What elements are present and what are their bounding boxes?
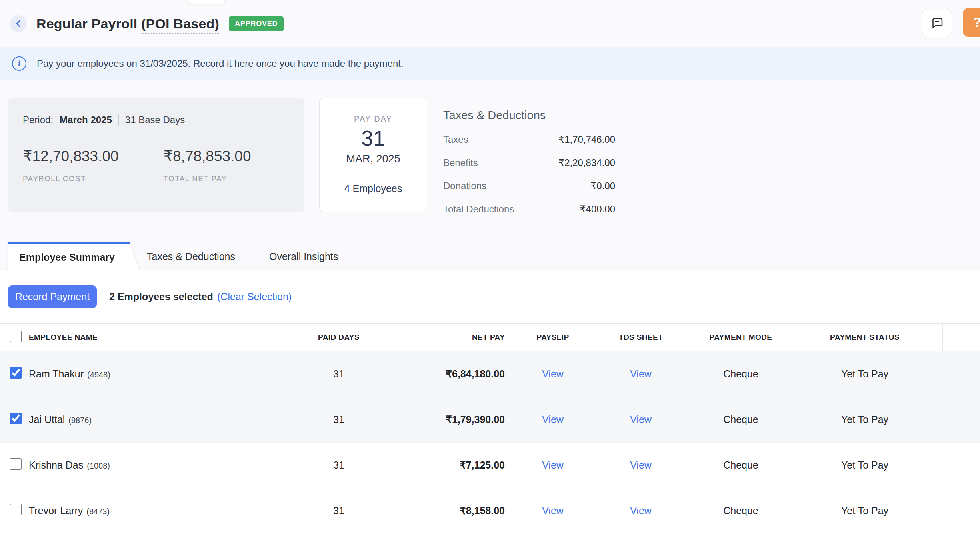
payment-status-cell: Yet To Pay — [801, 505, 929, 517]
payment-status-cell: Yet To Pay — [801, 459, 929, 471]
tax-label: Total Deductions — [443, 204, 514, 215]
col-payslip: PAYSLIP — [505, 333, 601, 342]
taxes-deductions-heading: Taxes & Deductions — [443, 109, 615, 122]
feedback-button[interactable] — [922, 9, 952, 37]
paid-days-cell: 31 — [305, 368, 373, 380]
tab-overall-insights[interactable]: Overall Insights — [269, 242, 338, 271]
chevron-left-icon — [13, 18, 24, 29]
pay-day-card: PAY DAY 31 MAR, 2025 4 Employees — [319, 98, 427, 212]
info-banner-text: Pay your employees on 31/03/2025. Record… — [37, 58, 404, 69]
tax-label: Taxes — [443, 134, 468, 145]
selection-count-text: 2 Employees selected — [109, 291, 213, 303]
paid-days-cell: 31 — [305, 505, 373, 517]
payslip-view-link[interactable]: View — [505, 505, 601, 517]
back-button[interactable] — [10, 15, 27, 32]
tax-label: Benefits — [443, 157, 478, 168]
total-net-pay-block: ₹8,78,853.00 TOTAL NET PAY — [164, 148, 304, 183]
tax-row-taxes: Taxes ₹1,70,746.00 — [443, 134, 615, 145]
payroll-page: Regular Payroll (POI Based) APPROVED ? i… — [0, 0, 980, 533]
table-row[interactable]: Ram Thakur(4948) 31 ₹6,84,180.00 View Vi… — [0, 351, 980, 397]
period-line: Period: March 2025 31 Base Days — [23, 114, 304, 126]
period-summary-card: Period: March 2025 31 Base Days ₹12,70,8… — [8, 98, 304, 212]
total-net-pay-value: ₹8,78,853.00 — [164, 148, 304, 165]
net-pay-cell: ₹1,79,390.00 — [373, 414, 505, 425]
row-checkbox-cell — [10, 413, 29, 427]
payroll-cost-value: ₹12,70,833.00 — [23, 148, 164, 165]
period-label: Period: — [23, 114, 53, 126]
tds-view-link[interactable]: View — [601, 459, 681, 471]
employee-name-cell: Jai Uttal(9876) — [29, 414, 305, 425]
chat-icon — [930, 16, 944, 30]
employee-name: Ram Thakur — [29, 368, 84, 380]
tax-row-total-deductions: Total Deductions ₹400.00 — [443, 204, 615, 215]
row-checkbox[interactable] — [10, 458, 22, 470]
col-paid-days: PAID DAYS — [305, 333, 373, 342]
page-header: Regular Payroll (POI Based) APPROVED — [0, 0, 980, 47]
employee-table: EMPLOYEE NAME PAID DAYS NET PAY PAYSLIP … — [0, 323, 980, 533]
taxes-deductions-panel: Taxes & Deductions Taxes ₹1,70,746.00 Be… — [443, 109, 615, 215]
employee-name-cell: Ram Thakur(4948) — [29, 368, 305, 380]
tax-row-donations: Donations ₹0.00 — [443, 180, 615, 192]
page-title-main: Regular Payroll — [36, 16, 137, 31]
tab-employee-summary[interactable]: Employee Summary — [8, 242, 140, 271]
employee-name: Trevor Larry — [29, 505, 83, 517]
amounts-row: ₹12,70,833.00 PAYROLL COST ₹8,78,853.00 … — [23, 148, 304, 183]
question-mark-icon: ? — [973, 15, 980, 30]
row-checkbox-cell — [10, 504, 29, 518]
net-pay-cell: ₹8,158.00 — [373, 505, 505, 517]
divider — [331, 174, 416, 174]
select-all-cell — [10, 331, 29, 344]
table-header-row: EMPLOYEE NAME PAID DAYS NET PAY PAYSLIP … — [0, 323, 980, 351]
paid-days-cell: 31 — [305, 459, 373, 471]
tds-view-link[interactable]: View — [601, 414, 681, 425]
tax-value: ₹2,20,834.00 — [558, 157, 615, 168]
tab-taxes-deductions[interactable]: Taxes & Deductions — [147, 242, 235, 271]
info-banner: i Pay your employees on 31/03/2025. Reco… — [0, 47, 980, 80]
period-value: March 2025 — [60, 114, 112, 126]
payslip-view-link[interactable]: View — [505, 414, 601, 425]
tds-view-link[interactable]: View — [601, 505, 681, 517]
tax-row-benefits: Benefits ₹2,20,834.00 — [443, 157, 615, 168]
pay-day-number: 31 — [320, 127, 427, 150]
status-badge: APPROVED — [229, 16, 284, 31]
row-checkbox-cell — [10, 458, 29, 472]
table-row[interactable]: Jai Uttal(9876) 31 ₹1,79,390.00 View Vie… — [0, 397, 980, 443]
table-row[interactable]: Trevor Larry(8473) 31 ₹8,158.00 View Vie… — [0, 488, 980, 533]
pay-day-month-year: MAR, 2025 — [320, 153, 427, 165]
employee-name-cell: Krishna Das(1008) — [29, 459, 305, 471]
employee-name: Jai Uttal — [29, 414, 65, 425]
page-title-hint: (POI Based) — [141, 16, 219, 34]
payroll-cost-label: PAYROLL COST — [23, 174, 164, 183]
pay-day-label: PAY DAY — [320, 114, 427, 124]
tax-label: Donations — [443, 180, 486, 192]
clear-selection-link[interactable]: (Clear Selection) — [217, 291, 292, 303]
col-payment-status: PAYMENT STATUS — [801, 333, 929, 342]
payment-status-cell: Yet To Pay — [801, 368, 929, 380]
row-checkbox[interactable] — [10, 367, 22, 379]
employee-id: (9876) — [68, 416, 92, 425]
record-payment-button[interactable]: Record Payment — [8, 285, 97, 308]
table-row[interactable]: Krishna Das(1008) 31 ₹7,125.00 View View… — [0, 443, 980, 488]
payslip-view-link[interactable]: View — [505, 459, 601, 471]
col-payment-mode: PAYMENT MODE — [681, 333, 801, 342]
tab-content: Record Payment 2 Employees selected (Cle… — [0, 271, 980, 533]
select-all-checkbox[interactable] — [10, 331, 22, 342]
row-checkbox-cell — [10, 367, 29, 381]
employee-name-cell: Trevor Larry(8473) — [29, 505, 305, 517]
payroll-cost-block: ₹12,70,833.00 PAYROLL COST — [23, 148, 164, 183]
header-column-divider — [942, 323, 943, 351]
tds-view-link[interactable]: View — [601, 368, 681, 380]
payment-mode-cell: Cheque — [681, 414, 801, 425]
help-button[interactable]: ? — [963, 8, 980, 37]
page-title: Regular Payroll (POI Based) — [36, 16, 219, 32]
divider — [118, 114, 119, 126]
payslip-view-link[interactable]: View — [505, 368, 601, 380]
info-icon: i — [12, 56, 26, 71]
col-employee-name: EMPLOYEE NAME — [29, 333, 305, 342]
row-checkbox[interactable] — [10, 504, 22, 515]
employee-name: Krishna Das — [29, 459, 83, 471]
base-days: 31 Base Days — [125, 114, 185, 126]
payment-mode-cell: Cheque — [681, 505, 801, 517]
row-checkbox[interactable] — [10, 413, 22, 424]
employee-id: (8473) — [86, 507, 110, 516]
